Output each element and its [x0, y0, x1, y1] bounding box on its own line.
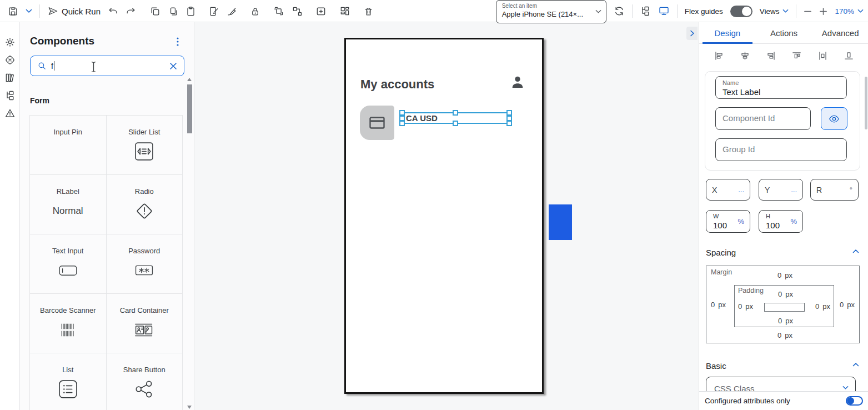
- layout-button[interactable]: [339, 6, 350, 17]
- selection-handle-top-center[interactable]: [453, 110, 458, 116]
- warnings-nav-button[interactable]: [4, 108, 16, 119]
- padding-top-value[interactable]: 0px: [778, 290, 793, 298]
- brush-button[interactable]: [227, 6, 237, 17]
- views-dropdown[interactable]: Views: [760, 7, 789, 16]
- component-id-field[interactable]: Component Id: [715, 107, 811, 130]
- component-item-rlabel[interactable]: RLabel Normal: [30, 175, 107, 234]
- inspector-scrollbar-thumb[interactable]: [865, 77, 867, 129]
- paste-button[interactable]: [185, 6, 196, 17]
- component-item-radio[interactable]: Radio: [107, 175, 183, 234]
- redo-button[interactable]: [126, 6, 136, 17]
- selected-text-label[interactable]: CA USD: [406, 113, 438, 123]
- library-nav-button[interactable]: [4, 72, 16, 83]
- group-id-field[interactable]: Group Id: [715, 138, 847, 161]
- name-field[interactable]: Name Text Label: [715, 76, 847, 99]
- margin-bottom-value[interactable]: 0px: [777, 331, 792, 339]
- component-item-card-container[interactable]: Card Container: [107, 294, 183, 353]
- component-item-list[interactable]: List: [30, 353, 107, 410]
- zoom-out-button[interactable]: [804, 7, 812, 16]
- visibility-button[interactable]: [821, 107, 847, 130]
- align-right-button[interactable]: [766, 51, 776, 61]
- component-item-barcode-scanner[interactable]: Barcode Scanner: [30, 294, 107, 353]
- clear-search-button[interactable]: [169, 62, 177, 70]
- delete-button[interactable]: [363, 6, 374, 17]
- flex-guides-toggle[interactable]: [730, 6, 752, 17]
- undo-icon: [108, 6, 118, 17]
- components-scrollbar[interactable]: [187, 80, 193, 410]
- component-label: Input Pin: [54, 128, 82, 136]
- save-button[interactable]: [8, 6, 18, 17]
- spacing-collapse-button[interactable]: [852, 249, 859, 253]
- device-selector-label: Select an item: [502, 3, 600, 9]
- panel-collapse-button[interactable]: [686, 27, 698, 40]
- rotation-field[interactable]: R °: [810, 179, 859, 201]
- tab-advanced[interactable]: Advanced: [812, 22, 868, 43]
- x-position-field[interactable]: X ...: [706, 179, 750, 201]
- height-field[interactable]: H 100 %: [759, 210, 803, 233]
- selection-handle-bottom-right[interactable]: [506, 121, 512, 126]
- y-position-field[interactable]: Y ...: [759, 179, 803, 201]
- refresh-button[interactable]: [614, 6, 625, 17]
- scrollbar-thumb[interactable]: [187, 84, 192, 133]
- zoom-level-dropdown[interactable]: 170%: [835, 7, 864, 16]
- save-menu-chevron[interactable]: [26, 9, 32, 13]
- basic-collapse-button[interactable]: [852, 362, 859, 367]
- align-center-horizontal-button[interactable]: [740, 51, 750, 61]
- component-item-text-input[interactable]: Text Input: [30, 234, 107, 294]
- design-canvas[interactable]: My accounts CA USD: [194, 22, 699, 410]
- lock-button[interactable]: [250, 6, 260, 17]
- selected-element[interactable]: CA USD: [402, 112, 510, 124]
- undo-button[interactable]: [108, 6, 118, 17]
- chevron-up-icon: [852, 362, 859, 367]
- screen-title[interactable]: My accounts: [360, 77, 434, 92]
- scroll-up-arrow[interactable]: [187, 78, 192, 81]
- configured-attributes-toggle[interactable]: [846, 396, 863, 406]
- width-field[interactable]: W 100 %: [706, 210, 750, 233]
- account-tile[interactable]: [360, 106, 394, 140]
- widgets-nav-button[interactable]: [4, 54, 16, 66]
- copy-button[interactable]: [150, 6, 160, 17]
- style-button[interactable]: [209, 6, 219, 17]
- settings-nav-button[interactable]: [4, 37, 16, 48]
- duplicate-button[interactable]: [168, 6, 178, 17]
- selection-handle-top-left[interactable]: [399, 110, 405, 116]
- padding-right-value[interactable]: 0px: [815, 302, 830, 311]
- selection-handle-top-right[interactable]: [506, 110, 512, 116]
- component-item-password[interactable]: Password: [107, 234, 183, 294]
- zoom-in-button[interactable]: [819, 7, 827, 16]
- padding-bottom-value[interactable]: 0px: [778, 317, 793, 325]
- align-top-button[interactable]: [791, 51, 802, 61]
- device-preview-button[interactable]: [658, 6, 670, 17]
- selection-handle-bottom-left[interactable]: [399, 121, 405, 126]
- group-button[interactable]: [273, 6, 284, 17]
- align-left-button[interactable]: [714, 51, 724, 61]
- chevron-down-icon: [26, 9, 32, 13]
- element-size-input[interactable]: [764, 303, 805, 312]
- floating-blue-block[interactable]: [549, 204, 572, 240]
- components-menu-button[interactable]: [173, 37, 182, 47]
- component-grid: Input Pin Slider List RLabel Normal Radi…: [29, 115, 183, 410]
- component-item-slider-list[interactable]: Slider List: [107, 116, 183, 175]
- scroll-down-arrow[interactable]: [187, 406, 192, 409]
- padding-left-value[interactable]: 0px: [738, 302, 753, 311]
- list-icon: [58, 374, 78, 410]
- component-search-input[interactable]: f: [30, 56, 184, 76]
- add-frame-button[interactable]: [315, 6, 327, 17]
- tab-design[interactable]: Design: [699, 22, 756, 43]
- margin-right-value[interactable]: 0px: [840, 301, 855, 309]
- person-icon[interactable]: [510, 74, 525, 90]
- margin-top-value[interactable]: 0px: [777, 271, 792, 279]
- phone-frame[interactable]: My accounts CA USD: [344, 38, 544, 394]
- margin-left-value[interactable]: 0px: [711, 301, 726, 309]
- ungroup-button[interactable]: [292, 6, 303, 17]
- distribute-horizontal-button[interactable]: [817, 51, 828, 61]
- tab-actions[interactable]: Actions: [756, 22, 812, 43]
- align-bottom-button[interactable]: [844, 51, 854, 61]
- quick-run-button[interactable]: Quick Run: [47, 6, 101, 17]
- device-selector[interactable]: Select an item Apple iPhone SE (214×...: [496, 0, 606, 23]
- hierarchy-nav-button[interactable]: [4, 90, 16, 101]
- tree-view-button[interactable]: [640, 6, 651, 17]
- component-item-input-pin[interactable]: Input Pin: [30, 116, 107, 175]
- component-item-share-button[interactable]: Share Button: [107, 353, 183, 410]
- selection-handle-bottom-center[interactable]: [453, 121, 458, 126]
